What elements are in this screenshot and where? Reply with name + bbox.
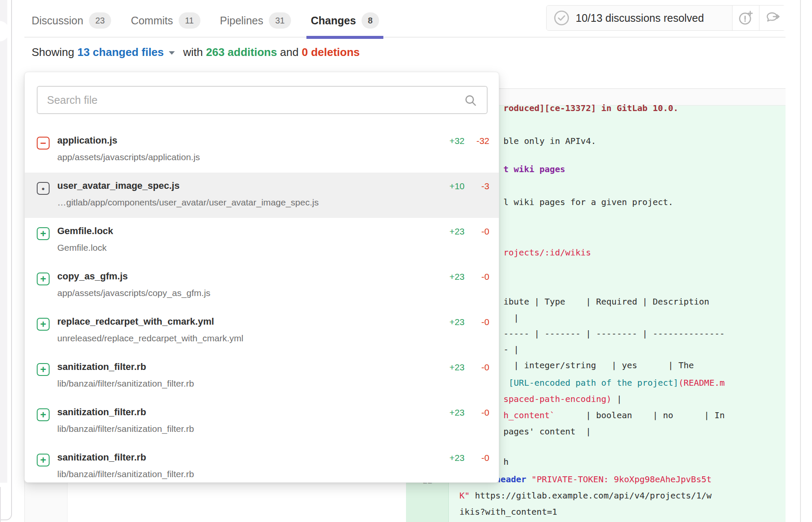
file-additions: +23 [422,408,465,418]
changed-files-dropdown-toggle[interactable]: 13 changed files [77,46,164,59]
file-deletions: -0 [468,362,489,372]
tab-pipelines-label: Pipelines [220,15,263,27]
changes-summary: Showing 13 changed files with 263 additi… [32,42,360,62]
file-deletions: -0 [468,226,489,237]
left-panel-border [0,0,12,520]
tab-commits-count: 11 [179,12,200,29]
file-path: lib/banzai/filter/sanitization_filter.rb [57,469,194,479]
tab-changes[interactable]: Changes 8 [311,4,379,37]
file-name: sanitization_filter.rb [57,361,146,372]
left-bottom-border [0,487,1,522]
file-additions: +32 [422,136,465,146]
file-row[interactable]: +copy_as_gfm.jsapp/assets/javascripts/co… [25,263,499,308]
file-name: copy_as_gfm.js [57,271,128,282]
tabbar-divider [24,37,786,38]
summary-additions: 263 additions [206,46,277,59]
tab-pipelines-count: 31 [269,12,291,29]
file-additions: +23 [422,362,465,372]
file-deletions: -0 [468,317,489,327]
file-path: lib/banzai/filter/sanitization_filter.rb [57,424,194,434]
file-row[interactable]: +sanitization_filter.rblib/banzai/filter… [25,399,499,444]
search-icon [464,94,477,107]
discussions-resolved-status: 10/13 discussions resolved [547,6,733,30]
file-added-icon: + [37,227,50,240]
tab-discussion[interactable]: Discussion 23 [32,4,111,37]
file-path: unreleased/replace_redcarpet_with_cmark.… [57,333,243,343]
file-additions: +23 [422,226,465,237]
file-name: sanitization_filter.rb [57,407,146,418]
summary-prefix: Showing [32,46,77,59]
file-deletions: -0 [468,272,489,282]
file-removed-icon: − [37,137,50,150]
file-deletions: -0 [468,408,489,418]
file-path: app/assets/javascripts/copy_as_gfm.js [57,288,210,298]
file-additions: +10 [422,181,465,191]
file-name: application.js [57,135,118,146]
mr-tabs: Discussion 23 Commits 11 Pipelines 31 Ch… [32,4,379,37]
file-name: user_avatar_image_spec.js [57,180,179,191]
file-path: …gitlab/app/components/user_avatar/user_… [57,197,319,208]
tab-changes-count: 8 [362,12,379,29]
file-added-icon: + [37,408,50,421]
discussions-toolbar: 10/13 discussions resolved [546,5,786,31]
tab-commits[interactable]: Commits 11 [131,4,200,37]
summary-with: with [180,46,206,59]
tab-discussion-label: Discussion [32,15,83,27]
resolve-with-issue-button[interactable] [733,6,759,30]
file-deletions: -32 [468,136,489,146]
file-row[interactable]: +Gemfile.lockGemfile.lock+23-0 [25,218,499,263]
tab-pipelines[interactable]: Pipelines 31 [220,4,291,37]
merge-request-changes-page: Discussion 23 Commits 11 Pipelines 31 Ch… [0,0,812,522]
check-circle-icon [553,10,570,26]
file-path: app/assets/javascripts/application.js [57,152,200,162]
file-name: Gemfile.lock [57,226,113,237]
file-row[interactable]: −application.jsapp/assets/javascripts/ap… [25,127,499,173]
file-deletions: -0 [468,453,489,463]
chevron-down-icon [168,50,176,56]
file-added-icon: + [37,273,50,285]
tab-commits-label: Commits [131,15,173,27]
file-deletions: -3 [468,181,489,191]
file-row[interactable]: +replace_redcarpet_with_cmark.ymlunrelea… [25,308,499,354]
file-additions: +23 [422,453,465,463]
file-row[interactable]: +sanitization_filter.rblib/banzai/filter… [25,444,499,490]
search-input[interactable] [38,87,487,113]
file-row[interactable]: +sanitization_filter.rblib/banzai/filter… [25,354,499,399]
file-added-icon: + [37,363,50,376]
file-additions: +23 [422,317,465,327]
issue-plus-icon [738,10,754,26]
comment-next-icon [765,10,781,26]
summary-and: and [277,46,302,59]
file-added-icon: + [37,318,50,331]
file-path: Gemfile.lock [57,243,107,253]
tab-changes-label: Changes [311,15,356,27]
tab-discussion-count: 23 [89,12,111,29]
file-additions: +23 [422,272,465,282]
file-name: sanitization_filter.rb [57,452,146,463]
file-added-icon: + [37,454,50,466]
file-path: lib/banzai/filter/sanitization_filter.rb [57,378,194,389]
file-name: replace_redcarpet_with_cmark.yml [57,316,214,327]
file-modified-icon: ● [37,182,50,195]
discussions-resolved-label: 10/13 discussions resolved [576,12,704,24]
diff-added-code-pane [449,106,786,522]
file-search-box [37,86,488,114]
changed-files-dropdown: −application.jsapp/assets/javascripts/ap… [24,72,499,483]
file-row-selected[interactable]: ●user_avatar_image_spec.js…gitlab/app/co… [25,173,499,218]
summary-deletions: 0 deletions [302,46,360,59]
scrollbar-track-edge[interactable] [800,0,801,522]
jump-to-next-discussion-button[interactable] [759,6,786,30]
